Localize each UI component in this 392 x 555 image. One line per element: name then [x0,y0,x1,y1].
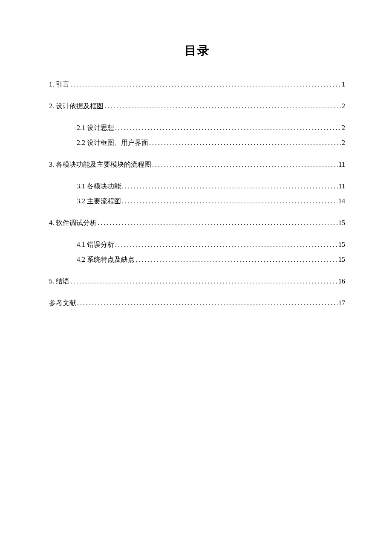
toc-leader [70,81,341,88]
page-title: 目录 [49,43,345,59]
toc-leader [122,197,337,205]
toc-entry-label: 3.1 各模块功能 [77,182,121,191]
toc-entry-page: 2 [342,102,345,110]
toc-entry-page: 1 [342,81,345,88]
toc-entry-label: 3. 各模块功能及主要模块的流程图 [49,160,151,169]
toc-entry: 4. 软件调试分析 15 [49,219,345,228]
toc-entry: 5. 结语 16 [49,277,345,286]
toc-entry: 参考文献 17 [49,299,345,308]
toc-leader [77,299,337,307]
toc-entry-page: 14 [338,197,345,205]
toc-entry: 1. 引言 1 [49,80,345,89]
toc-entry-label: 5. 结语 [49,277,69,286]
toc-entry: 3.1 各模块功能 11 [77,182,345,191]
toc-entry: 3. 各模块功能及主要模块的流程图 11 [49,160,345,169]
toc-entry-label: 4. 软件调试分析 [49,219,97,228]
toc-entry: 4.1 错误分析 15 [77,240,345,249]
toc-leader [98,219,337,227]
toc-entry-label: 4.1 错误分析 [77,240,114,249]
toc-entry-page: 11 [339,161,345,168]
toc-entry-page: 11 [339,182,345,190]
toc-leader [115,241,337,249]
toc-entry-label: 2. 设计依据及框图 [49,102,104,111]
toc-leader [152,161,338,168]
toc-entry: 2.2 设计框图、用户界面 2 [77,139,345,147]
toc-leader [104,102,341,110]
toc-entry-label: 参考文献 [49,299,76,308]
toc-entry-label: 1. 引言 [49,80,69,89]
toc-entry-label: 2.2 设计框图、用户界面 [77,139,148,147]
toc-entry-label: 2.1 设计思想 [77,124,114,133]
toc-entry-page: 17 [338,299,345,307]
toc-entry-page: 2 [342,124,345,132]
toc-entry-page: 16 [338,278,345,285]
toc-leader [135,256,337,263]
toc-entry-page: 2 [342,139,345,147]
toc-entry: 3.2 主要流程图 14 [77,197,345,206]
toc-entry-page: 15 [338,256,345,263]
toc-leader [149,139,341,147]
toc-entry-page: 15 [338,219,345,227]
toc-entry: 2. 设计依据及框图 2 [49,102,345,111]
toc-entry: 4.2 系统特点及缺点 15 [77,255,345,264]
toc-entry-label: 4.2 系统特点及缺点 [77,255,135,264]
toc-leader [122,182,338,190]
toc-entry-label: 3.2 主要流程图 [77,197,121,206]
toc-leader [115,124,341,132]
toc-leader [70,278,337,285]
toc-entry-page: 15 [338,241,345,249]
toc-entry: 2.1 设计思想 2 [77,124,345,133]
